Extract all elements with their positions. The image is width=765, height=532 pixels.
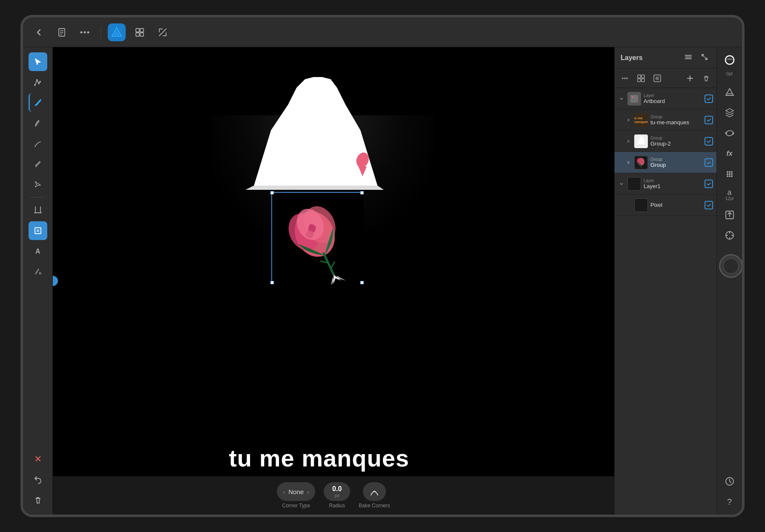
fill-icon-button[interactable] xyxy=(720,83,739,102)
group2-expand-icon[interactable] xyxy=(625,138,632,145)
layers-expand-button[interactable] xyxy=(699,52,710,64)
layer1-visibility[interactable] xyxy=(705,180,713,188)
text-tool[interactable]: A xyxy=(29,242,47,260)
grid-view-button[interactable] xyxy=(131,23,149,41)
svg-point-13 xyxy=(39,81,41,83)
home-button[interactable] xyxy=(719,254,743,278)
corner-prev-icon[interactable]: ‹ xyxy=(283,488,285,495)
delete-tool-button[interactable] xyxy=(29,491,47,509)
svg-rect-27 xyxy=(685,57,692,57)
svg-point-51 xyxy=(731,175,733,177)
bake-corners-label: Bake Corners xyxy=(359,503,390,509)
layers-mask-button[interactable] xyxy=(650,72,664,85)
bake-corners-button[interactable] xyxy=(363,482,386,501)
radius-input[interactable]: 0.0 px xyxy=(324,482,350,501)
more-button[interactable] xyxy=(76,23,94,41)
layer1-expand-icon[interactable] xyxy=(618,180,625,187)
svg-point-45 xyxy=(731,171,733,173)
svg-point-48 xyxy=(731,173,733,175)
main-area: A ✕ xyxy=(23,47,742,515)
text-a-button[interactable]: a 12pt xyxy=(720,185,739,204)
svg-rect-7 xyxy=(140,29,144,32)
fill-tool[interactable] xyxy=(29,262,47,281)
rose-selection-box xyxy=(271,192,363,283)
document-button[interactable] xyxy=(53,23,71,41)
right-panels: Layers xyxy=(614,47,742,515)
fx-icon-button[interactable]: fx xyxy=(720,144,739,163)
resize-button[interactable] xyxy=(154,23,172,41)
svg-point-30 xyxy=(624,77,626,79)
cancel-button[interactable]: ✕ xyxy=(29,450,47,469)
pixel-visibility[interactable] xyxy=(705,201,713,209)
svg-point-11 xyxy=(36,79,38,81)
svg-point-10 xyxy=(34,84,36,86)
artboard-type: Layer xyxy=(644,93,702,98)
layer-tu-me-manques[interactable]: tu memanques Group tu-me-manques xyxy=(615,109,716,131)
handle-bl[interactable] xyxy=(270,281,274,284)
node-tool[interactable] xyxy=(29,73,47,92)
layers-add-button[interactable] xyxy=(683,72,697,85)
layer-group-selected[interactable]: Group Group xyxy=(615,152,716,173)
help-button[interactable]: ? xyxy=(720,492,739,511)
layers-list-view-button[interactable] xyxy=(682,52,694,64)
tum-info: Group tu-me-manques xyxy=(650,114,702,126)
handle-br[interactable] xyxy=(360,281,364,284)
corner-type-selector[interactable]: ‹ None › xyxy=(277,482,315,501)
artboard-visibility[interactable] xyxy=(705,94,713,103)
compass-icon-button[interactable] xyxy=(720,226,739,245)
brush-tool[interactable] xyxy=(29,134,47,153)
pencil-tool[interactable] xyxy=(29,114,47,132)
tum-visibility[interactable] xyxy=(705,116,713,124)
svg-point-47 xyxy=(729,173,730,175)
group2-info: Group Group-2 xyxy=(650,136,702,147)
artboard-expand-icon[interactable] xyxy=(618,95,625,102)
layers-grid-button[interactable] xyxy=(634,72,648,85)
radius-unit: px xyxy=(334,493,339,498)
fill-tool-2[interactable] xyxy=(29,175,47,194)
canvas-area[interactable]: tu me manques ‹ None › Corner Type xyxy=(53,47,614,515)
history-icon-button[interactable] xyxy=(720,472,739,491)
export-icon-button[interactable] xyxy=(720,206,739,224)
svg-rect-16 xyxy=(37,229,39,232)
radius-control: 0.0 px Radius xyxy=(324,482,350,509)
layers-delete-button[interactable] xyxy=(699,72,713,85)
canvas-text-tu-me-manques: tu me manques xyxy=(229,444,409,472)
back-button[interactable] xyxy=(30,23,48,41)
svg-point-50 xyxy=(729,175,730,177)
tum-expand-icon[interactable] xyxy=(625,117,632,123)
undo-button[interactable] xyxy=(29,470,47,489)
top-bar xyxy=(23,17,742,47)
layer1-type: Layer xyxy=(644,178,702,183)
svg-point-44 xyxy=(729,171,730,173)
pixel-thumb xyxy=(634,198,648,212)
svg-rect-26 xyxy=(685,55,692,56)
layers-icon-button[interactable] xyxy=(720,103,739,122)
svg-rect-33 xyxy=(641,75,644,78)
crop-tool[interactable] xyxy=(29,201,47,220)
corner-next-icon[interactable]: › xyxy=(307,488,309,495)
layer-artboard[interactable]: Layer Artboard xyxy=(615,88,716,109)
help-label: ? xyxy=(727,497,732,507)
svg-rect-8 xyxy=(136,33,139,36)
svg-point-49 xyxy=(727,175,728,177)
layer-group-2[interactable]: Group Group-2 xyxy=(615,131,716,152)
handle-tr[interactable] xyxy=(360,191,364,194)
group-thumb xyxy=(634,156,648,169)
layer-pixel[interactable]: Pixel xyxy=(615,194,716,216)
group2-visibility[interactable] xyxy=(705,137,713,146)
pen-node-tool[interactable] xyxy=(29,93,47,112)
dots-icon-button[interactable] xyxy=(720,165,739,183)
handle-tl[interactable] xyxy=(270,191,274,194)
sync-icon-button[interactable] xyxy=(720,124,739,143)
layers-more-button[interactable] xyxy=(618,72,632,85)
layer-layer1[interactable]: Layer Layer1 xyxy=(615,173,716,194)
stroke-icon-button[interactable] xyxy=(720,51,739,69)
group-info: Group Group xyxy=(650,157,702,168)
group-visibility[interactable] xyxy=(705,158,713,167)
svg-rect-32 xyxy=(638,75,641,78)
select-tool[interactable] xyxy=(29,52,47,71)
group-expand-icon[interactable] xyxy=(625,159,632,166)
shape-tool[interactable] xyxy=(29,221,47,240)
eyedropper-tool[interactable] xyxy=(29,154,47,173)
pixel-info: Pixel xyxy=(650,202,702,208)
